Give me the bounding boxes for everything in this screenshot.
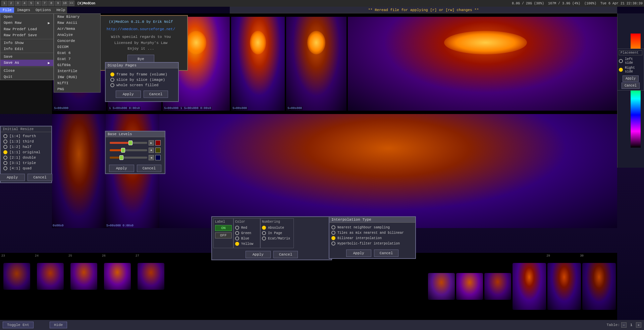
slider-thumb-3[interactable] — [119, 155, 123, 160]
radio-resize-0[interactable] — [3, 134, 7, 138]
resize-cancel-button[interactable]: Cancel — [28, 174, 52, 181]
saveas-analyze[interactable]: Analyze — [54, 32, 100, 38]
radio-color-green[interactable] — [235, 231, 239, 235]
menu-raw-predef-load[interactable]: Raw Predef Load — [0, 26, 53, 32]
workspace-1[interactable]: 1 — [1, 1, 7, 6]
display-option-0[interactable]: frame by frame (volume) — [110, 72, 173, 77]
interp-nearest[interactable]: Nearest neighbour sampling — [331, 225, 413, 230]
color-yellow[interactable]: Yellow — [235, 241, 259, 246]
saveas-ecat7[interactable]: Ecat 7 — [54, 56, 100, 62]
workspace-4[interactable]: 4 — [21, 1, 28, 6]
radio-display-2[interactable] — [110, 83, 114, 87]
radio-resize-1[interactable] — [3, 140, 7, 144]
radio-resize-2[interactable] — [3, 145, 7, 149]
menu-close[interactable]: Close — [0, 68, 53, 74]
saveas-interfile[interactable]: InterFile — [54, 68, 100, 74]
radio-resize-6[interactable] — [3, 166, 7, 170]
radio-display-0[interactable] — [110, 72, 114, 76]
menu-open[interactable]: Open — [0, 14, 53, 20]
menu-help[interactable]: Help — [54, 7, 68, 13]
slider-track-3[interactable] — [110, 157, 147, 159]
resize-option-5[interactable]: [3:1] triple — [3, 160, 49, 166]
placement-right[interactable]: Right side — [619, 65, 642, 74]
toggle-button[interactable]: Toggle Ent — [3, 322, 34, 328]
radio-resize-5[interactable] — [3, 161, 7, 165]
display-option-2[interactable]: whole screen filled — [110, 82, 173, 88]
workspaces[interactable]: 1 2 3 4 5 6 7 8 9 10 >> — [1, 1, 74, 6]
workspace-2[interactable]: 2 — [8, 1, 14, 6]
interp-cancel-button[interactable]: Cancel — [374, 250, 399, 257]
label-on-button[interactable]: ON — [215, 225, 232, 231]
radio-placement-right[interactable] — [619, 68, 623, 72]
slider-btn-2a[interactable]: ▲ — [149, 148, 154, 153]
radio-display-1[interactable] — [110, 78, 114, 82]
table-decrement-button[interactable]: − — [621, 322, 627, 328]
workspace-10[interactable]: 10 — [62, 1, 68, 6]
resize-option-4[interactable]: [2:1] double — [3, 155, 49, 160]
workspace-5[interactable]: 5 — [28, 1, 34, 6]
menu-save[interactable]: Save — [0, 54, 53, 60]
saveas-raw-ascii[interactable]: Raw Ascii — [54, 20, 100, 26]
slider-track-1[interactable] — [110, 142, 147, 144]
numbering-absolute[interactable]: Absolute — [262, 225, 292, 230]
label-apply-button[interactable]: Apply — [246, 251, 271, 258]
radio-numbering-inpage[interactable] — [262, 231, 266, 235]
radio-interp-3[interactable] — [331, 241, 335, 245]
saveas-inw[interactable]: INW (RUG) — [54, 74, 100, 80]
color-green[interactable]: Green — [235, 230, 259, 236]
workspace-9[interactable]: 9 — [55, 1, 61, 6]
placement-left[interactable]: left side — [619, 57, 642, 65]
slider-thumb-2[interactable] — [121, 148, 125, 153]
workspace-3[interactable]: 3 — [15, 1, 21, 6]
table-increment-button[interactable]: + — [636, 322, 641, 328]
saveas-nifti[interactable]: NifTI — [54, 80, 100, 86]
color-blue[interactable]: Blue — [235, 236, 259, 241]
placement-cancel-button[interactable]: Cancel — [622, 82, 640, 89]
radio-resize-3[interactable] — [3, 150, 7, 154]
menu-quit[interactable]: Quit — [0, 74, 53, 80]
label-off-button[interactable]: OFF — [215, 232, 232, 238]
radio-resize-4[interactable] — [3, 156, 7, 160]
color-red[interactable]: Red — [235, 225, 259, 230]
interp-hyperbolic[interactable]: Hyperbolic-filter interpolation — [331, 241, 413, 246]
saveas-gif89a[interactable]: Gif89a — [54, 62, 100, 68]
interp-apply-button[interactable]: Apply — [346, 250, 371, 257]
resize-apply-button[interactable]: Apply — [0, 174, 25, 181]
radio-interp-1[interactable] — [331, 231, 335, 235]
menu-raw-predef-save[interactable]: Raw Predef Save — [0, 32, 53, 38]
menu-save-as[interactable]: Save As ▶ — [0, 60, 53, 66]
menu-file[interactable]: File — [0, 7, 14, 13]
radio-numbering-absolute[interactable] — [262, 226, 266, 230]
menu-info-edit[interactable]: Info Edit — [0, 46, 53, 52]
resize-option-0[interactable]: [1:4] fourth — [3, 133, 49, 139]
saveas-concorde[interactable]: Concorde — [54, 38, 100, 44]
base-levels-apply-button[interactable]: Apply — [109, 165, 134, 172]
radio-color-yellow[interactable] — [235, 242, 239, 246]
menu-open-raw[interactable]: Open Raw ▶ — [0, 20, 53, 26]
display-option-1[interactable]: slice by slice (image) — [110, 77, 173, 82]
slider-btn-1a[interactable]: ▶ — [149, 140, 154, 146]
numbering-ecat[interactable]: Ecat/Matrix — [262, 236, 292, 241]
resize-option-2[interactable]: [1:2] half — [3, 144, 49, 150]
workspace-7[interactable]: 7 — [42, 1, 48, 6]
display-pages-cancel-button[interactable]: Cancel — [144, 91, 168, 98]
label-cancel-button[interactable]: Cancel — [273, 251, 298, 258]
menu-options[interactable]: Options — [33, 7, 54, 13]
numbering-inpage[interactable]: In Page — [262, 230, 292, 236]
hide-button[interactable]: Hide — [50, 322, 67, 328]
slider-thumb-1[interactable] — [128, 141, 132, 145]
base-levels-cancel-button[interactable]: Cancel — [137, 165, 162, 172]
resize-option-6[interactable]: [4:1] quad — [3, 166, 49, 171]
slider-track-2[interactable] — [110, 149, 147, 151]
saveas-acr-nema[interactable]: Acr/Nema — [54, 26, 100, 32]
radio-color-blue[interactable] — [235, 236, 239, 240]
radio-placement-left[interactable] — [619, 59, 623, 63]
interp-tiles[interactable]: Tiles as mix nearest and bilinear — [331, 230, 413, 235]
radio-interp-2[interactable] — [331, 236, 335, 240]
radio-color-red[interactable] — [235, 226, 239, 230]
saveas-png[interactable]: PNG — [54, 86, 100, 92]
placement-apply-button[interactable]: Apply — [623, 75, 639, 82]
radio-interp-0[interactable] — [331, 225, 335, 229]
saveas-dicom[interactable]: DICOM — [54, 44, 100, 50]
radio-numbering-ecat[interactable] — [262, 236, 266, 240]
